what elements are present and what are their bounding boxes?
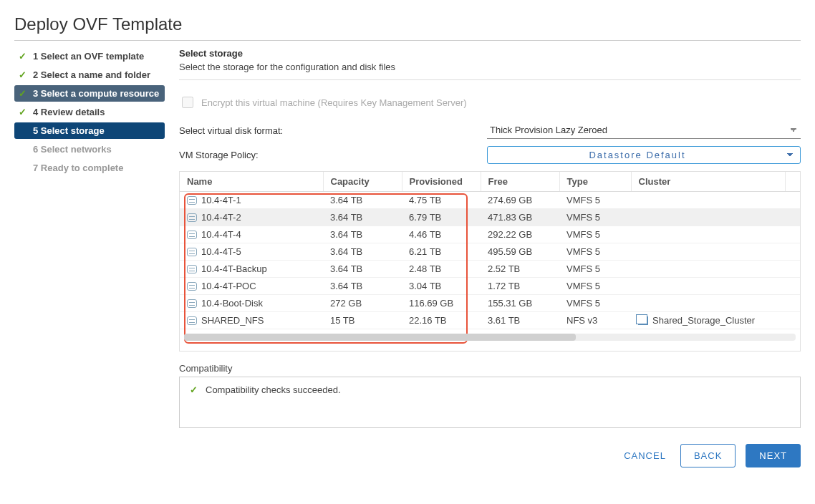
cell-capacity: 3.64 TB — [323, 209, 402, 226]
table-row[interactable]: 10.4-Boot-Disk272 GB116.69 GB155.31 GBVM… — [180, 295, 800, 312]
step-label: 2 Select a name and folder — [33, 69, 150, 80]
encrypt-label: Encrypt this virtual machine (Requires K… — [201, 97, 467, 108]
cell-type: VMFS 5 — [559, 278, 631, 295]
encrypt-option: Encrypt this virtual machine (Requires K… — [179, 94, 801, 110]
step-2[interactable]: ✓2 Select a name and folder — [14, 67, 165, 83]
compatibility-box: ✓ Compatibility checks succeeded. — [179, 377, 801, 428]
separator — [179, 79, 801, 80]
step-5: 5 Select storage — [14, 122, 165, 139]
cell-spacer — [786, 278, 801, 295]
table-row[interactable]: 10.4-4T-13.64 TB4.75 TB274.69 GBVMFS 5 — [180, 192, 800, 209]
cancel-button[interactable]: CANCEL — [619, 450, 670, 462]
step-3[interactable]: ✓3 Select a compute resource — [14, 85, 165, 102]
cell-provisioned: 4.46 TB — [402, 226, 481, 243]
vm-policy-select[interactable]: Datastore Default — [487, 146, 801, 164]
table-row[interactable]: 10.4-4T-53.64 TB6.21 TB495.59 GBVMFS 5 — [180, 243, 800, 261]
check-icon: ✓ — [19, 88, 29, 99]
datastore-icon — [187, 231, 197, 239]
cell-provisioned: 4.75 TB — [402, 192, 481, 209]
cell-free: 495.59 GB — [481, 243, 559, 261]
wizard-sidebar: ✓1 Select an OVF template✓2 Select a nam… — [14, 48, 165, 467]
datastore-icon — [187, 196, 197, 205]
table-row[interactable]: 10.4-4T-Backup3.64 TB2.48 TB2.52 TBVMFS … — [180, 261, 800, 278]
table-row[interactable]: SHARED_NFS15 TB22.16 TB3.61 TBNFS v3Shar… — [180, 312, 800, 329]
step-label: 7 Ready to complete — [33, 163, 123, 173]
cell-cluster — [631, 261, 786, 278]
table-row[interactable]: 10.4-4T-43.64 TB4.46 TB292.22 GBVMFS 5 — [180, 226, 800, 243]
cell-capacity: 272 GB — [323, 295, 402, 312]
datastore-name: 10.4-4T-POC — [201, 281, 256, 291]
datastore-tbody: 10.4-4T-13.64 TB4.75 TB274.69 GBVMFS 510… — [180, 192, 800, 329]
col-type[interactable]: Type — [559, 172, 631, 192]
datastore-icon — [187, 265, 197, 273]
step-list: ✓1 Select an OVF template✓2 Select a nam… — [14, 48, 165, 176]
encrypt-checkbox — [182, 97, 193, 108]
datastore-table: Name Capacity Provisioned Free Type Clus… — [180, 172, 800, 329]
col-capacity[interactable]: Capacity — [323, 172, 402, 192]
cell-spacer — [786, 192, 801, 209]
back-button[interactable]: BACK — [680, 444, 736, 467]
datastore-name: 10.4-4T-1 — [201, 195, 241, 205]
cluster-icon — [638, 316, 648, 325]
cell-spacer — [786, 295, 801, 312]
cell-capacity: 15 TB — [323, 312, 402, 329]
step-4[interactable]: ✓4 Review details — [14, 104, 165, 120]
datastore-icon — [187, 213, 197, 222]
step-1[interactable]: ✓1 Select an OVF template — [14, 48, 165, 64]
cell-cluster — [631, 209, 786, 226]
step-6: 6 Select networks — [14, 141, 165, 158]
datastore-name: 10.4-Boot-Disk — [201, 298, 263, 309]
datastore-name: 10.4-4T-4 — [201, 229, 241, 240]
next-button[interactable]: NEXT — [746, 444, 801, 467]
table-row[interactable]: 10.4-4T-23.64 TB6.79 TB471.83 GBVMFS 5 — [180, 209, 800, 226]
cell-cluster — [631, 226, 786, 243]
datastore-icon — [187, 316, 197, 325]
cell-free: 2.52 TB — [481, 261, 559, 278]
col-spacer — [786, 172, 801, 192]
col-free[interactable]: Free — [481, 172, 559, 192]
col-provisioned[interactable]: Provisioned — [402, 172, 481, 192]
cell-provisioned: 6.21 TB — [402, 243, 481, 261]
check-icon: ✓ — [19, 69, 29, 80]
cell-type: VMFS 5 — [559, 261, 631, 278]
step-label: 5 Select storage — [33, 125, 105, 136]
datastore-icon — [187, 299, 197, 308]
datastore-table-wrap: Name Capacity Provisioned Free Type Clus… — [179, 171, 801, 352]
col-cluster[interactable]: Cluster — [631, 172, 786, 192]
cell-free: 292.22 GB — [481, 226, 559, 243]
disk-format-select[interactable]: Thick Provision Lazy Zeroed — [487, 122, 801, 139]
datastore-name: 10.4-4T-2 — [201, 212, 241, 223]
compatibility-label: Compatibility — [179, 363, 801, 374]
col-name[interactable]: Name — [180, 172, 323, 192]
cell-free: 471.83 GB — [481, 209, 559, 226]
table-row[interactable]: 10.4-4T-POC3.64 TB3.04 TB1.72 TBVMFS 5 — [180, 278, 800, 295]
cell-type: NFS v3 — [559, 312, 631, 329]
datastore-icon — [187, 282, 197, 291]
cell-spacer — [786, 226, 801, 243]
cell-provisioned: 116.69 GB — [402, 295, 481, 312]
cell-capacity: 3.64 TB — [323, 243, 402, 261]
cell-spacer — [786, 209, 801, 226]
cell-capacity: 3.64 TB — [323, 278, 402, 295]
step-label: 3 Select a compute resource — [33, 88, 159, 99]
section-title: Select storage — [179, 48, 801, 59]
cell-type: VMFS 5 — [559, 243, 631, 261]
cell-provisioned: 6.79 TB — [402, 209, 481, 226]
datastore-name: 10.4-4T-5 — [201, 246, 241, 257]
cell-free: 3.61 TB — [481, 312, 559, 329]
cell-capacity: 3.64 TB — [323, 226, 402, 243]
wizard-title: Deploy OVF Template — [14, 14, 801, 41]
datastore-name: SHARED_NFS — [201, 315, 264, 326]
cell-cluster — [631, 192, 786, 209]
cell-provisioned: 22.16 TB — [402, 312, 481, 329]
cell-type: VMFS 5 — [559, 209, 631, 226]
cell-cluster: Shared_Storage_Cluster — [631, 312, 786, 329]
cell-free: 1.72 TB — [481, 278, 559, 295]
cluster-name: Shared_Storage_Cluster — [652, 315, 755, 326]
cell-type: VMFS 5 — [559, 295, 631, 312]
vm-policy-label: VM Storage Policy: — [179, 150, 487, 160]
cell-spacer — [786, 243, 801, 261]
horizontal-scrollbar[interactable] — [184, 334, 796, 341]
cell-provisioned: 2.48 TB — [402, 261, 481, 278]
cell-type: VMFS 5 — [559, 226, 631, 243]
